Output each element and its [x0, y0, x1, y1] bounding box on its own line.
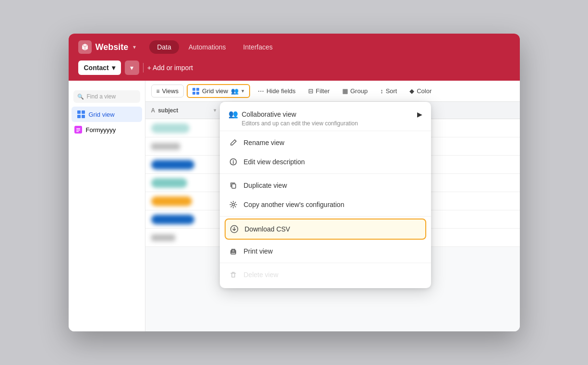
print-view-item[interactable]: Print view	[220, 242, 431, 261]
group-label: Group	[350, 87, 368, 95]
find-view-placeholder: Find a view	[87, 93, 116, 100]
print-view-label: Print view	[244, 247, 422, 255]
group-button[interactable]: ▦ Group	[337, 85, 372, 97]
svg-rect-1	[76, 130, 80, 131]
sidebar-top: 🔍 Find a view	[69, 86, 145, 107]
download-csv-label: Download CSV	[245, 225, 421, 233]
menu-divider-3	[220, 216, 431, 217]
download-csv-item[interactable]: Download CSV	[225, 219, 426, 240]
color-button[interactable]: ◆ Color	[405, 85, 436, 97]
duplicate-icon	[228, 181, 238, 190]
svg-rect-4	[232, 184, 236, 188]
delete-view-item[interactable]: Delete view	[220, 265, 431, 284]
hide-fields-button[interactable]: ⋯ Hide fields	[253, 85, 300, 97]
td	[145, 229, 222, 246]
add-import-label: + Add or import	[147, 64, 193, 72]
nav-tab-automations[interactable]: Automations	[181, 40, 234, 54]
col-subject-label: subject	[158, 107, 178, 114]
download-icon	[229, 224, 239, 234]
edit-description-item[interactable]: Edit view description	[220, 152, 431, 171]
td	[145, 192, 222, 210]
duplicate-view-item[interactable]: Duplicate view	[220, 176, 431, 195]
td	[145, 137, 222, 155]
collab-title[interactable]: 👥 Collaborative view ▶	[228, 110, 422, 119]
app-caret-icon: ▾	[133, 44, 136, 50]
gear-icon	[228, 200, 238, 209]
collab-view-label: Collaborative view	[242, 110, 297, 118]
table-panel: ≡ Views Grid view 👥 ▾ ⋯ Hide	[145, 81, 520, 331]
collab-header: 👥 Collaborative view ▶ Editors and up ca…	[220, 106, 431, 129]
view-toolbar: ≡ Views Grid view 👥 ▾ ⋯ Hide	[145, 81, 520, 102]
nav-tab-data[interactable]: Data	[149, 40, 179, 54]
delete-view-label: Delete view	[244, 271, 422, 279]
app-window: Website ▾ Data Automations Interfaces Co…	[69, 34, 520, 331]
sort-button[interactable]: ↕ Sort	[375, 85, 402, 97]
form-view-icon	[74, 126, 82, 134]
td	[145, 174, 222, 192]
views-button[interactable]: ≡ Views	[151, 85, 184, 97]
group-icon: ▦	[342, 87, 348, 95]
find-view-input[interactable]: 🔍 Find a view	[73, 90, 140, 103]
contact-caret-icon: ▾	[112, 64, 115, 72]
app-logo[interactable]: Website ▾	[78, 40, 136, 54]
collab-chevron-icon: ▶	[417, 110, 422, 118]
color-icon: ◆	[409, 87, 414, 95]
collab-icon: 👥	[231, 87, 239, 95]
grid-view-button-label: Grid view	[202, 87, 228, 95]
views-label: Views	[162, 87, 179, 95]
sort-label: Sort	[385, 87, 397, 95]
sidebar-item-form[interactable]: Formyyyyy	[69, 122, 145, 137]
app-name: Website	[96, 42, 129, 52]
toolbar-row: Contact ▾ ▾ + Add or import	[69, 61, 520, 81]
sort-icon: ↕	[380, 87, 384, 95]
hide-fields-label: Hide fields	[266, 87, 296, 95]
rename-view-label: Rename view	[244, 139, 422, 146]
copy-config-item[interactable]: Copy another view's configuration	[220, 195, 431, 214]
filter-label: Filter	[316, 87, 330, 95]
search-icon: 🔍	[77, 94, 84, 100]
contact-button[interactable]: Contact ▾	[78, 61, 121, 75]
rename-icon	[228, 138, 238, 147]
svg-rect-2	[76, 131, 79, 132]
filter-button[interactable]: ⊟ Filter	[303, 85, 335, 97]
col-subject-icon: A	[151, 107, 156, 114]
add-import-button[interactable]: + Add or import	[147, 64, 193, 72]
menu-divider	[220, 131, 431, 131]
menu-divider-4	[220, 263, 431, 263]
menu-divider-2	[220, 173, 431, 174]
td	[145, 156, 222, 173]
filter-icon: ⊟	[308, 87, 313, 95]
grid-view-caret-icon: ▾	[241, 88, 244, 94]
hide-fields-icon: ⋯	[258, 87, 264, 95]
nav-bar: Website ▾ Data Automations Interfaces	[69, 34, 520, 61]
edit-description-label: Edit view description	[244, 158, 422, 166]
toolbar-divider	[143, 63, 144, 73]
dropdown-caret-icon: ▾	[130, 64, 133, 72]
col-subject: A subject ▾	[145, 102, 222, 119]
collab-subtitle: Editors and up can edit the view configu…	[228, 120, 422, 127]
td	[145, 119, 222, 137]
color-label: Color	[417, 87, 432, 95]
nav-tabs: Data Automations Interfaces	[149, 40, 280, 54]
grid-view-button[interactable]: Grid view 👥 ▾	[187, 84, 250, 98]
hamburger-icon: ≡	[156, 88, 160, 95]
dropdown-menu: 👥 Collaborative view ▶ Editors and up ca…	[220, 102, 431, 288]
sidebar-item-grid-view[interactable]: Grid view	[72, 107, 142, 122]
grid-view-label: Grid view	[89, 111, 115, 118]
logo-icon	[78, 40, 92, 54]
dropdown-caret-button[interactable]: ▾	[125, 61, 139, 75]
info-icon	[228, 157, 238, 167]
svg-rect-0	[76, 128, 80, 129]
main-content: 🔍 Find a view Grid view	[69, 81, 520, 331]
rename-view-item[interactable]: Rename view	[220, 133, 431, 152]
trash-icon	[228, 270, 238, 280]
sidebar: 🔍 Find a view Grid view	[69, 81, 145, 331]
form-view-label: Formyyyyy	[86, 126, 116, 134]
nav-tab-interfaces[interactable]: Interfaces	[236, 40, 280, 54]
grid-icon	[192, 88, 199, 95]
td	[145, 210, 222, 228]
copy-config-label: Copy another view's configuration	[244, 201, 422, 208]
duplicate-view-label: Duplicate view	[244, 182, 422, 189]
contact-label: Contact	[84, 64, 109, 72]
col-subject-caret: ▾	[214, 108, 216, 113]
